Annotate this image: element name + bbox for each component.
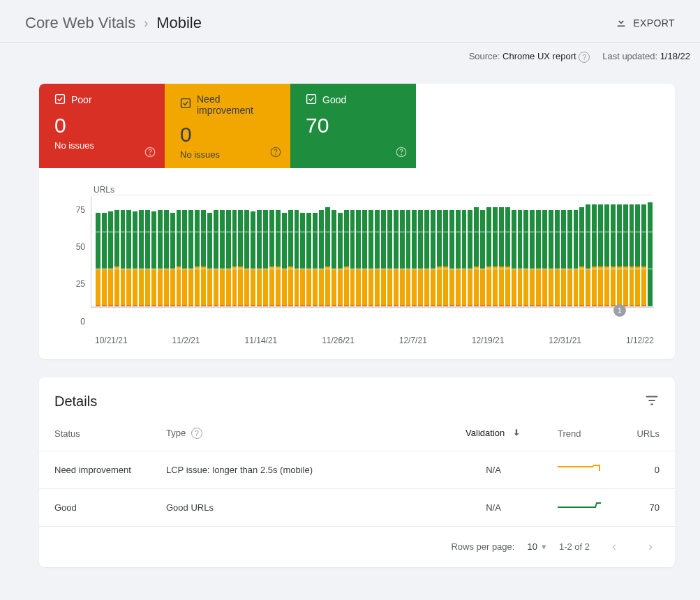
chart-bar[interactable] [300, 213, 305, 306]
chart-bar[interactable] [394, 210, 399, 307]
chart-bar[interactable] [126, 210, 131, 307]
chart-bar[interactable] [151, 211, 156, 306]
chart-bar[interactable] [375, 210, 380, 307]
chart-bar[interactable] [313, 213, 318, 306]
chart-bar[interactable] [579, 207, 584, 307]
chart-bar[interactable] [177, 210, 181, 307]
chart-bar[interactable] [282, 213, 287, 306]
tile-poor[interactable]: Poor 0 No issues [39, 84, 165, 168]
chart-marker[interactable]: 1 [613, 304, 626, 317]
chart-bar[interactable] [114, 210, 119, 307]
help-icon[interactable] [395, 146, 408, 161]
table-row[interactable]: Need improvementLCP issue: longer than 2… [39, 451, 675, 488]
chart-bar[interactable] [214, 210, 218, 307]
col-trend[interactable]: Trend [542, 417, 619, 451]
filter-icon[interactable] [644, 393, 660, 411]
chart-bar[interactable] [344, 210, 349, 307]
chart-bar[interactable] [604, 204, 609, 307]
col-status[interactable]: Status [39, 417, 151, 451]
col-validation[interactable]: Validation [445, 417, 542, 451]
chart-bar[interactable] [493, 207, 498, 307]
chart-bar[interactable] [133, 211, 137, 306]
chart-bar[interactable] [617, 204, 622, 307]
chart-bar[interactable] [424, 210, 429, 307]
chart-bar[interactable] [332, 210, 336, 307]
chart-bar[interactable] [518, 210, 523, 307]
chart-bar[interactable] [499, 207, 504, 307]
chart-bar[interactable] [356, 210, 361, 307]
table-row[interactable]: GoodGood URLsN/A70 [39, 488, 675, 526]
col-urls[interactable]: URLs [619, 417, 675, 451]
chart-bar[interactable] [567, 210, 572, 307]
chart-bar[interactable] [443, 210, 448, 307]
chart-bar[interactable] [400, 210, 405, 307]
chart-bar[interactable] [592, 204, 597, 307]
chart-bar[interactable] [338, 213, 343, 306]
chart-bar[interactable] [319, 210, 324, 307]
chart-bar[interactable] [480, 210, 485, 307]
chart-bar[interactable] [542, 210, 547, 307]
chart-bar[interactable] [182, 210, 187, 307]
chart-bar[interactable] [418, 210, 423, 307]
chart-bar[interactable] [555, 210, 560, 307]
chart-bar[interactable] [623, 204, 628, 307]
col-type[interactable]: Type ? [151, 417, 445, 451]
chart-bar[interactable] [586, 204, 590, 307]
chart-bar[interactable] [306, 213, 311, 306]
chart-bar[interactable] [368, 210, 373, 307]
chart-bar[interactable] [387, 210, 392, 307]
export-button[interactable]: EXPORT [615, 16, 675, 31]
help-icon[interactable]: ? [579, 52, 590, 63]
tile-need-improvement[interactable]: Need improvement 0 No issues [165, 84, 290, 168]
chart-bar[interactable] [530, 210, 535, 307]
tile-good[interactable]: Good 70 [290, 84, 416, 168]
chart-bar[interactable] [406, 210, 411, 307]
chart-bar[interactable] [630, 204, 634, 307]
chart-bar[interactable] [561, 210, 566, 307]
help-icon[interactable] [269, 146, 282, 161]
chart-bar[interactable] [164, 210, 169, 307]
chart-bar[interactable] [456, 210, 461, 307]
chart-bar[interactable] [536, 210, 541, 307]
chart-bar[interactable] [523, 210, 528, 307]
chart-bar[interactable] [431, 210, 435, 307]
chart-bar[interactable] [188, 210, 193, 307]
chart-bar[interactable] [549, 210, 553, 307]
chart-bar[interactable] [350, 210, 355, 307]
chart-bar[interactable] [145, 210, 150, 307]
chart-bar[interactable] [263, 210, 268, 307]
chart-bar[interactable] [486, 207, 491, 307]
chart-bar[interactable] [648, 202, 653, 306]
chart-bar[interactable] [220, 210, 225, 307]
chart-bar[interactable] [226, 210, 231, 307]
chart-bar[interactable] [238, 210, 243, 307]
chart-bar[interactable] [102, 213, 107, 306]
chart-bar[interactable] [257, 210, 262, 307]
chart-bar[interactable] [505, 207, 510, 307]
next-page-button[interactable]: › [639, 535, 662, 559]
chart-bar[interactable] [269, 210, 274, 307]
chart-bar[interactable] [276, 210, 281, 307]
chart-bar[interactable] [474, 207, 479, 307]
chart-bar[interactable] [170, 213, 175, 306]
chart-bar[interactable] [512, 210, 516, 307]
chart-bar[interactable] [449, 210, 454, 307]
chart-bar[interactable] [295, 210, 299, 307]
chart-bar[interactable] [288, 210, 293, 307]
chart-bar[interactable] [201, 210, 206, 307]
chart-bar[interactable] [232, 210, 237, 307]
prev-page-button[interactable]: ‹ [602, 535, 626, 559]
chart-bar[interactable] [611, 204, 616, 307]
chart-bar[interactable] [574, 210, 579, 307]
chart-bar[interactable] [244, 210, 249, 307]
page-size-select[interactable]: 10 ▾ [527, 541, 546, 552]
chart-bar[interactable] [121, 210, 126, 307]
chart-bar[interactable] [325, 207, 330, 307]
chart-bar[interactable] [635, 204, 640, 307]
chart-bar[interactable] [207, 213, 212, 306]
chart-bar[interactable] [96, 213, 100, 306]
chart-bar[interactable] [362, 210, 367, 307]
chart-bar[interactable] [412, 210, 417, 307]
chart-bar[interactable] [195, 210, 200, 307]
chart-bar[interactable] [468, 210, 472, 307]
